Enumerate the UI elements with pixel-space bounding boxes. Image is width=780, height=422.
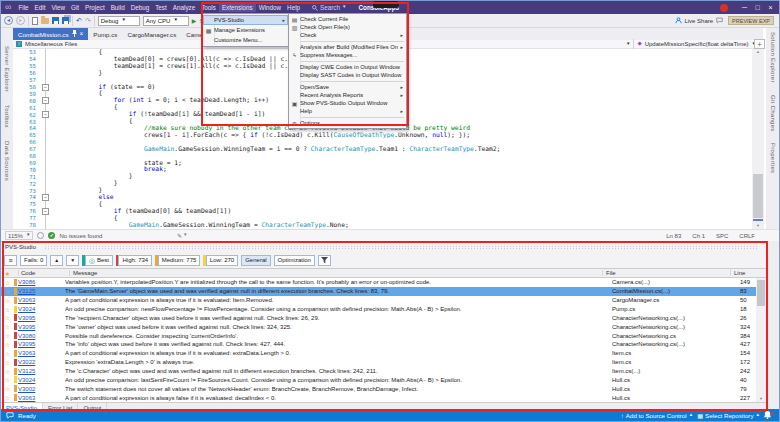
favorite-star-icon[interactable]: ☆: [1, 359, 14, 366]
navigate-forward-icon[interactable]: ►: [16, 16, 25, 25]
tab-cargomanager-cs[interactable]: CargoManager.cs: [122, 28, 181, 40]
menu-file[interactable]: File: [15, 3, 31, 12]
favorite-star-icon[interactable]: ☆: [1, 314, 14, 321]
chevron-down-icon[interactable]: ▼: [626, 42, 630, 47]
menu-help[interactable]: Help: [284, 3, 303, 12]
menu-debug[interactable]: Debug: [128, 3, 153, 12]
column-indicator[interactable]: Ch 1: [692, 233, 705, 239]
title-search[interactable]: Search ▼: [312, 4, 346, 11]
favorite-star-icon[interactable]: ☆: [1, 376, 14, 383]
message-column-header[interactable]: Message: [69, 270, 602, 276]
menu-item-display-cwe-codes-in-output-window[interactable]: Display CWE Codes in Output Window: [289, 63, 406, 71]
menu-git[interactable]: Git: [68, 3, 82, 12]
menu-item-display-sast-codes-in-output-window[interactable]: Display SAST Codes in Output Window: [289, 71, 406, 79]
menu-item-suppress-messages[interactable]: ϟSuppress Messages...: [289, 51, 406, 59]
close-icon[interactable]: ×: [80, 31, 84, 38]
redo-icon[interactable]: ↷: [85, 17, 91, 24]
zoom-level-select[interactable]: 115% ▼: [5, 231, 33, 240]
issue-row[interactable]: ☆V3063A part of conditional expression i…: [1, 296, 766, 305]
panel-menu-icon[interactable]: ≡: [4, 255, 17, 266]
favorite-star-icon[interactable]: ☆: [1, 306, 14, 313]
favorite-star-icon[interactable]: ☆: [1, 332, 14, 339]
menu-item-options[interactable]: ⚙Options...: [289, 119, 406, 127]
warning-code-link[interactable]: V3002: [18, 386, 65, 392]
line-column-header[interactable]: Line: [730, 270, 756, 276]
drag-handle[interactable]: [44, 245, 758, 250]
best-warnings-button[interactable]: ◎Best: [85, 255, 113, 266]
warning-code-link[interactable]: V3125: [18, 288, 65, 294]
issue-row[interactable]: ☆V3063A part of conditional expression i…: [1, 349, 766, 358]
feedback-bubble-icon[interactable]: [6, 412, 14, 419]
menu-view[interactable]: View: [48, 3, 68, 12]
menu-item-open-save[interactable]: Open/Save▸: [289, 83, 406, 91]
method-dropdown[interactable]: UpdateMissionSpecific(float deltaTime): [645, 41, 749, 47]
quick-actions-button[interactable]: ✎▼: [177, 232, 188, 239]
issue-row[interactable]: ☆V3063A part of conditional expression i…: [1, 393, 766, 402]
issue-row[interactable]: ☆V3125The 'GameMain.Server' object was u…: [1, 287, 766, 296]
favorite-star-icon[interactable]: ☆: [1, 323, 14, 330]
star-column-icon[interactable]: ★: [1, 270, 14, 277]
menu-item-check[interactable]: Check▸: [289, 31, 406, 39]
menu-edit[interactable]: Edit: [32, 3, 49, 12]
low-filter-button[interactable]: Low: 270: [206, 255, 238, 266]
favorite-star-icon[interactable]: ☆: [1, 341, 14, 348]
issue-row[interactable]: ☆V3002The switch statement does not cove…: [1, 384, 766, 393]
tool-tab-server-explorer[interactable]: Server Explorer: [4, 46, 10, 92]
tab-combatmission-cs[interactable]: CombatMission.cs×: [13, 28, 88, 40]
issue-row[interactable]: ☆V3125The 'c.Character' object was used …: [1, 367, 766, 376]
undo-icon[interactable]: ↶: [76, 17, 82, 24]
menu-item-show-pvs-studio-output-window[interactable]: ▣Show PVS-Studio Output Window: [289, 99, 406, 107]
warning-code-link[interactable]: V3095: [18, 324, 65, 330]
file-column-header[interactable]: File: [602, 270, 730, 276]
line-ending-indicator[interactable]: CRLF: [739, 233, 755, 239]
menu-item-pvs-studio[interactable]: PVS-Studio▸: [203, 15, 288, 25]
navigate-back-icon[interactable]: ◄: [4, 16, 13, 25]
scroll-up-icon[interactable]: ▲: [752, 49, 764, 55]
scrollbar-thumb[interactable]: [753, 174, 763, 218]
project-scope-dropdown[interactable]: Miscellaneous Files: [25, 41, 77, 47]
issue-row[interactable]: ☆V3095The 'recipient.Character' object w…: [1, 313, 766, 322]
line-indicator[interactable]: Ln 83: [666, 233, 681, 239]
favorite-star-icon[interactable]: ☆: [1, 297, 14, 304]
notifications-button[interactable]: [764, 411, 774, 419]
open-file-icon[interactable]: [41, 18, 49, 24]
sort-up-icon[interactable]: ▲: [50, 255, 63, 266]
medium-filter-button[interactable]: Medium: 775: [158, 255, 201, 266]
issue-row[interactable]: ☆V3095The 'owner' object was used before…: [1, 322, 766, 331]
scroll-down-icon[interactable]: ▼: [756, 396, 766, 402]
menu-build[interactable]: Build: [108, 3, 128, 12]
warning-code-link[interactable]: V3125: [18, 368, 65, 374]
warning-code-link[interactable]: V3080: [18, 333, 65, 339]
editor-scrollbar[interactable]: ▲ ▼: [752, 49, 764, 229]
favorite-star-icon[interactable]: ☆: [1, 288, 14, 295]
issue-row[interactable]: ☆V3080Possible null dereference. Conside…: [1, 331, 766, 340]
high-filter-button[interactable]: High: 734: [118, 255, 152, 266]
warning-code-link[interactable]: V3022: [18, 359, 65, 365]
warning-code-link[interactable]: V3024: [18, 377, 65, 383]
minimize-button[interactable]: ─: [738, 1, 751, 14]
warning-code-link[interactable]: V3086: [18, 279, 65, 285]
tab-pump-cs[interactable]: Pump.cs: [88, 28, 122, 40]
warning-code-link[interactable]: V3095: [18, 315, 65, 321]
maximize-button[interactable]: □: [751, 1, 764, 14]
general-toggle[interactable]: General: [241, 255, 270, 266]
warning-code-link[interactable]: V3063: [18, 350, 65, 356]
table-scrollbar-thumb[interactable]: [757, 280, 765, 306]
menu-test[interactable]: Test: [152, 3, 170, 12]
warning-code-link[interactable]: V3063: [18, 297, 65, 303]
warning-code-link[interactable]: V3024: [18, 306, 65, 312]
menu-analyze[interactable]: Analyze: [170, 3, 198, 12]
menu-item-analysis-after-build-modified-files-only[interactable]: Analysis after Build (Modified Files Onl…: [289, 43, 406, 51]
code-column-header[interactable]: Code: [18, 270, 69, 276]
table-scrollbar[interactable]: ▼: [756, 278, 766, 402]
menu-window[interactable]: Window: [256, 3, 284, 12]
issue-row[interactable]: ☆V3024An odd precise comparison: newFlow…: [1, 305, 766, 314]
select-repository-button[interactable]: ▦ Select Repository ▲: [697, 412, 760, 419]
live-share-button[interactable]: Live Share: [675, 17, 713, 24]
issue-row[interactable]: ☆V3095The 'info' object was used before …: [1, 340, 766, 349]
solution-platform-select[interactable]: Any CPU▼: [143, 16, 189, 26]
optimization-toggle[interactable]: Optimization: [274, 255, 315, 266]
menu-item-help[interactable]: Help▸: [289, 107, 406, 115]
warning-code-link[interactable]: V3063: [18, 395, 65, 401]
pin-icon[interactable]: [72, 30, 77, 38]
